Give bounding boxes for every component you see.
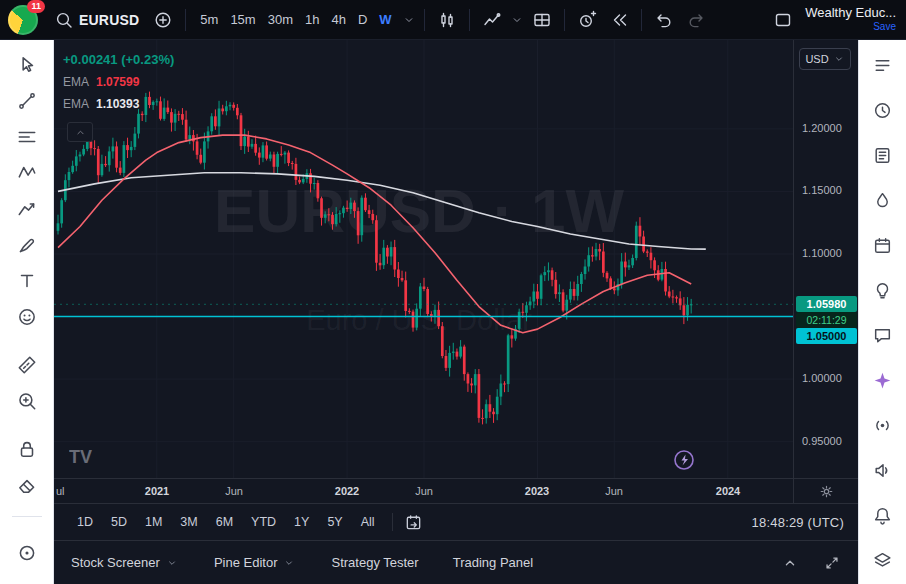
layout-box-icon[interactable]	[769, 6, 797, 33]
range-1d[interactable]: 1D	[68, 511, 102, 533]
tool-emoji[interactable]	[14, 304, 40, 330]
toolbar-divider	[12, 516, 42, 517]
alert-price-badge: 1.05000	[796, 328, 857, 344]
collapse-panel-icon[interactable]	[781, 554, 799, 572]
tool-trend-line[interactable]	[14, 88, 40, 114]
timeframe-W[interactable]: W	[373, 8, 397, 31]
go-to-date-icon[interactable]	[401, 510, 427, 534]
indicator-value: 1.10393	[96, 97, 139, 111]
tab-strategy-tester[interactable]: Strategy Tester	[331, 555, 418, 570]
time-label: ul	[56, 485, 65, 497]
sidebar-more-panels-icon[interactable]	[870, 579, 896, 584]
time-label: Jun	[225, 485, 243, 497]
chart-style-icon[interactable]	[433, 6, 461, 33]
price-axis[interactable]: USD 1.200001.150001.100001.000000.95000 …	[793, 40, 858, 478]
sidebar-economic-calendar-icon[interactable]	[870, 232, 896, 258]
undo-icon[interactable]	[650, 6, 678, 33]
sidebar-bottom-icons	[870, 547, 896, 584]
indicators-icon[interactable]	[478, 6, 506, 33]
sidebar-notifications-icon[interactable]	[870, 502, 896, 528]
tool-cursor[interactable]	[14, 52, 40, 78]
timeframe-30m[interactable]: 30m	[262, 8, 299, 31]
tool-lock-drawings[interactable]	[14, 436, 40, 462]
sidebar-object-tree-icon[interactable]	[870, 142, 896, 168]
tool-zoom-in[interactable]	[14, 388, 40, 414]
tool-brush[interactable]	[14, 232, 40, 258]
tool-horizontal-lines[interactable]	[14, 124, 40, 150]
bar-replay-icon[interactable]	[605, 6, 633, 33]
tab-stock-screener[interactable]: Stock Screener	[71, 555, 180, 570]
drawing-tools	[14, 52, 40, 508]
search-icon	[54, 6, 74, 33]
tool-remove-drawings[interactable]	[14, 472, 40, 498]
clock-utc[interactable]: 18:48:29 (UTC)	[752, 515, 844, 530]
sidebar-live-streams-icon[interactable]	[870, 412, 896, 438]
tab-label: Stock Screener	[71, 555, 160, 570]
range-ytd[interactable]: YTD	[242, 511, 285, 533]
maximize-panel-icon[interactable]	[823, 554, 841, 572]
layout-grid-icon[interactable]	[528, 6, 556, 33]
chevron-down-icon	[283, 556, 297, 570]
range-1y[interactable]: 1Y	[285, 511, 318, 533]
toolbar-divider	[185, 9, 186, 31]
tab-pine-editor[interactable]: Pine Editor	[214, 555, 298, 570]
currency-caret-icon	[833, 52, 845, 66]
range-6m[interactable]: 6M	[207, 511, 242, 533]
top-toolbar: 11 EURUSD 5m15m30m1h4hDW Wealthy Educ...…	[0, 0, 906, 40]
chart-area[interactable]: EURUSD · 1WEuro / U.S. DollarTV +0.00241…	[54, 40, 858, 478]
tab-label: Strategy Tester	[331, 555, 418, 570]
indicator-legend-row[interactable]: EMA 1.07599	[63, 75, 174, 89]
timeframe-1h[interactable]: 1h	[299, 8, 325, 31]
toolbar-divider	[469, 9, 470, 31]
compare-add-icon[interactable]	[149, 6, 177, 33]
range-all[interactable]: All	[352, 511, 384, 533]
currency-selector[interactable]: USD	[799, 48, 851, 70]
indicator-name: EMA	[63, 75, 89, 89]
timeframe-5m[interactable]: 5m	[194, 8, 224, 31]
layout-title[interactable]: Wealthy Educ...	[805, 6, 896, 19]
symbol-search-button[interactable]: EURUSD	[48, 2, 145, 37]
range-5d[interactable]: 5D	[102, 511, 136, 533]
site-logo[interactable]: 11	[8, 5, 38, 35]
time-axis[interactable]: ul2021Jun2022Jun2023Jun2024	[54, 478, 858, 503]
redo-icon[interactable]	[682, 6, 710, 33]
sidebar-audio-icon[interactable]	[870, 457, 896, 483]
event-marker[interactable]	[675, 451, 693, 469]
timeframe-D[interactable]: D	[352, 8, 373, 31]
price-label: 1.15000	[802, 184, 842, 196]
time-label: Jun	[605, 485, 623, 497]
timeframe-caret-icon[interactable]	[402, 13, 416, 27]
sidebar-ai-assistant-icon[interactable]	[870, 367, 896, 393]
tool-forecast[interactable]	[14, 196, 40, 222]
sidebar-watchlist-icon[interactable]	[870, 52, 896, 78]
sidebar-hotlists-icon[interactable]	[870, 187, 896, 213]
timeframe-15m[interactable]: 15m	[224, 8, 261, 31]
tab-label: Pine Editor	[214, 555, 278, 570]
time-label: 2021	[145, 485, 169, 497]
chevron-down-icon	[166, 556, 180, 570]
toolbar-divider	[424, 9, 425, 31]
create-alert-icon[interactable]	[573, 6, 601, 33]
tab-trading-panel[interactable]: Trading Panel	[453, 555, 533, 570]
notification-badge: 11	[27, 0, 45, 13]
indicator-legend-row[interactable]: EMA 1.10393	[63, 97, 174, 111]
sidebar-alerts-icon[interactable]	[870, 97, 896, 123]
timeframe-list: 5m15m30m1h4hDW	[194, 8, 397, 31]
sidebar-layers-icon[interactable]	[870, 547, 896, 573]
save-button[interactable]: Save	[873, 20, 896, 33]
drawings-visibility-toggle[interactable]	[14, 540, 40, 566]
range-3m[interactable]: 3M	[171, 511, 206, 533]
settings-gear-icon[interactable]	[818, 483, 835, 500]
sidebar-ideas-icon[interactable]	[870, 277, 896, 303]
legend-collapse-button[interactable]	[67, 122, 93, 142]
range-1m[interactable]: 1M	[136, 511, 171, 533]
tradingview-watermark[interactable]: TV	[69, 447, 92, 467]
tool-xabcd-pattern[interactable]	[14, 160, 40, 186]
price-label: 1.20000	[802, 122, 842, 134]
tool-text[interactable]	[14, 268, 40, 294]
timeframe-4h[interactable]: 4h	[325, 8, 351, 31]
tool-measure[interactable]	[14, 352, 40, 378]
indicators-caret-icon[interactable]	[510, 13, 524, 27]
sidebar-chat-icon[interactable]	[870, 322, 896, 348]
range-5y[interactable]: 5Y	[318, 511, 351, 533]
